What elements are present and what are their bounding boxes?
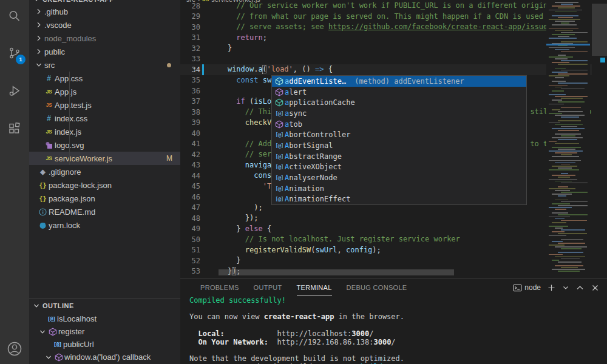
terminal-shell-selector[interactable]: node xyxy=(513,283,541,292)
line-number: 33 xyxy=(180,55,200,63)
vscode-window: 1 CREATE-REACT-APP .github.vscodenode_mo… xyxy=(0,0,607,364)
suggest-item-alert[interactable]: alert xyxy=(272,87,526,98)
outline-item-register[interactable]: register xyxy=(29,325,180,338)
code-line-50[interactable]: 50 // Is not localhost. Just register se… xyxy=(180,234,607,245)
explorer-file-App.css[interactable]: #App.css xyxy=(29,72,180,85)
explorer-file-App.test.js[interactable]: JSApp.test.js xyxy=(29,98,180,112)
git-gutter-modified-bar xyxy=(202,203,204,214)
terminal-output[interactable]: Compiled successfully! You can now view … xyxy=(189,297,602,364)
suggest-item-AnimationEffect[interactable]: [@]AnimationEffect xyxy=(272,194,526,205)
minimap[interactable] xyxy=(546,0,590,278)
code-line-31[interactable]: 31 return; xyxy=(180,33,607,44)
account-icon[interactable] xyxy=(0,334,29,363)
maximize-panel-button[interactable] xyxy=(575,283,585,292)
vscroll-handle[interactable] xyxy=(592,4,607,56)
hscroll-handle[interactable] xyxy=(219,269,454,275)
git-gutter-modified-bar xyxy=(202,96,204,107)
suggest-label: atob xyxy=(285,120,302,129)
suggest-item-AbortController[interactable]: [@]AbortController xyxy=(272,129,526,140)
extensions-icon[interactable] xyxy=(0,114,29,143)
file-label: package-lock.json xyxy=(49,181,112,190)
git-gutter-modified-bar xyxy=(202,181,204,192)
code-line-34[interactable]: 34 window.a('load', () => { xyxy=(180,64,607,75)
line-number: 43 xyxy=(180,161,200,169)
line-number: 28 xyxy=(180,2,200,10)
outline-item-isLocalhost[interactable]: [@]isLocalhost xyxy=(29,312,180,325)
css-file-icon: # xyxy=(44,74,54,83)
code-text: registerValidSW(swUrl, config); xyxy=(210,245,381,256)
search-icon[interactable] xyxy=(0,2,29,31)
suggest-item-AbortSignal[interactable]: [@]AbortSignal xyxy=(272,140,526,151)
bottom-panel: PROBLEMSOUTPUTTERMINALDEBUG CONSOLE node… xyxy=(180,278,607,364)
explorer-folder-public[interactable]: public xyxy=(29,45,180,58)
code-line-48[interactable]: 48 }); xyxy=(180,213,607,224)
outline-header[interactable]: OUTLINE xyxy=(29,299,180,312)
line-number: 52 xyxy=(180,257,200,265)
explorer-file-README.md[interactable]: README.md xyxy=(29,205,180,218)
terminal-dropdown-chevron-icon[interactable] xyxy=(562,284,569,291)
method-symbol-icon xyxy=(53,353,64,362)
yarn-file-icon xyxy=(38,221,48,229)
css-file-icon: # xyxy=(44,114,54,123)
line-number: 38 xyxy=(180,108,200,116)
run-debug-icon[interactable] xyxy=(0,76,29,106)
line-number: 44 xyxy=(180,172,200,180)
json-file-icon: {} xyxy=(38,195,48,202)
panel-tab-problems[interactable]: PROBLEMS xyxy=(200,280,239,295)
code-line-33[interactable]: 33 xyxy=(180,54,607,65)
explorer-section-title[interactable]: CREATE-REACT-APP xyxy=(32,0,114,4)
chevron-right-icon xyxy=(34,33,44,43)
panel-tab-terminal[interactable]: TERMINAL xyxy=(297,280,332,295)
code-line-29[interactable]: 29 // from what our page is served on. T… xyxy=(180,12,607,22)
explorer-file-package.json[interactable]: {}package.json xyxy=(29,192,180,205)
explorer-folder-node_modules[interactable]: node_modules xyxy=(29,32,180,45)
chevron-down-icon xyxy=(34,60,44,70)
suggest-item-async[interactable]: [@]async xyxy=(272,108,526,119)
code-text: } else { xyxy=(210,224,271,235)
code-line-51[interactable]: 51 registerValidSW(swUrl, config); xyxy=(180,245,607,256)
js-file-icon: JS xyxy=(44,129,54,135)
outline-item-window-a-load-callback[interactable]: window.a('load') callback xyxy=(29,351,180,363)
suggest-item-atob[interactable]: atob xyxy=(272,119,526,130)
git-gutter-modified-bar xyxy=(202,255,204,266)
vertical-scrollbar[interactable] xyxy=(592,0,607,278)
explorer-file-serviceWorker.js[interactable]: JSserviceWorker.jsM xyxy=(29,152,180,165)
git-gutter-modified-bar xyxy=(202,149,204,160)
variable-symbol-icon: [@] xyxy=(274,110,285,116)
suggest-widget: addEventListe…(method) addEventListenera… xyxy=(271,75,527,205)
explorer-file-index.css[interactable]: #index.css xyxy=(29,112,180,125)
suggest-item-addEventListe[interactable]: addEventListe…(method) addEventListener xyxy=(272,76,526,87)
explorer-file-App.js[interactable]: JSApp.js xyxy=(29,85,180,98)
outline-header-label: OUTLINE xyxy=(42,302,74,309)
code-line-49[interactable]: 49 } else { xyxy=(180,224,607,235)
file-label: .vscode xyxy=(44,21,72,30)
close-panel-button[interactable] xyxy=(591,283,600,292)
suggest-label: ActiveXObject xyxy=(285,163,342,171)
explorer-folder-.github[interactable]: .github xyxy=(29,5,180,18)
code-line-52[interactable]: 52 } xyxy=(180,255,607,266)
panel-tab-debug-console[interactable]: DEBUG CONSOLE xyxy=(347,280,407,295)
new-terminal-button[interactable] xyxy=(547,283,556,292)
explorer-file-yarn.lock[interactable]: yarn.lock xyxy=(29,218,180,232)
chevron-right-icon xyxy=(34,47,44,56)
suggest-item-ActiveXObject[interactable]: [@]ActiveXObject xyxy=(272,162,526,173)
explorer-file-.gitignore[interactable]: ◈.gitignore xyxy=(29,165,180,178)
git-gutter-modified-bar xyxy=(202,192,204,203)
suggest-item-AbstractRange[interactable]: [@]AbstractRange xyxy=(272,151,526,162)
outline-item-publicUrl[interactable]: [@]publicUrl xyxy=(29,338,180,351)
explorer-file-package-lock.json[interactable]: {}package-lock.json xyxy=(29,178,180,192)
explorer-folder-src[interactable]: src xyxy=(29,58,180,72)
suggest-item-Animation[interactable]: [@]Animation xyxy=(272,183,526,194)
suggest-item-applicationCache[interactable]: applicationCache xyxy=(272,97,526,108)
suggest-item-AnalyserNode[interactable]: [@]AnalyserNode xyxy=(272,172,526,183)
source-control-icon[interactable]: 1 xyxy=(0,39,29,68)
horizontal-scrollbar[interactable] xyxy=(180,269,607,275)
explorer-file-index.js[interactable]: JSindex.js xyxy=(29,125,180,138)
explorer-folder-.vscode[interactable]: .vscode xyxy=(29,18,180,32)
code-line-30[interactable]: 30 // serve assets; see https://github.c… xyxy=(180,22,607,33)
line-number: 49 xyxy=(180,224,200,233)
explorer-file-logo.svg[interactable]: logo.svg xyxy=(29,138,180,152)
panel-tab-output[interactable]: OUTPUT xyxy=(254,280,282,295)
code-line-32[interactable]: 32 } xyxy=(180,43,607,54)
code-line-28[interactable]: 28 // Our service worker won't work if P… xyxy=(180,1,607,12)
